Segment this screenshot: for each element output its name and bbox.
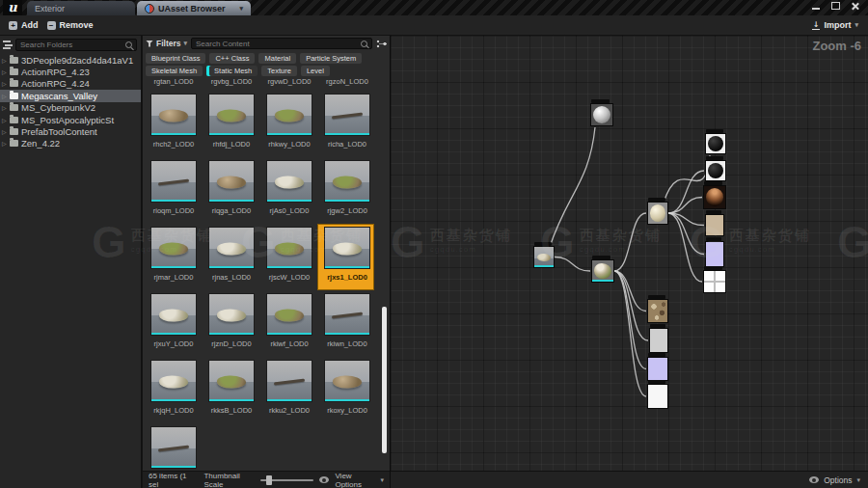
slider-handle[interactable]	[266, 475, 272, 485]
graph-node-tex-tan[interactable]	[705, 214, 724, 236]
graph-node-mat1[interactable]	[705, 133, 726, 154]
mesh-preview	[159, 309, 188, 321]
add-button[interactable]: + Add	[9, 20, 39, 30]
folder-label: ActionRPG_4.23	[21, 67, 90, 77]
import-button[interactable]: ↓ Import ▾	[812, 15, 858, 35]
filters-caret-icon: ▾	[184, 40, 188, 47]
filter-funnel-icon	[146, 41, 153, 47]
asset-thumbnail[interactable]	[324, 94, 370, 136]
graph-options-button[interactable]: Options	[824, 475, 852, 485]
folder-item[interactable]: ▷Zen_4.22	[0, 138, 141, 149]
minimize-button[interactable]	[811, 2, 822, 11]
search-folders-input[interactable]: Search Folders	[15, 39, 137, 51]
asset-thumbnail[interactable]	[266, 227, 312, 269]
graph-node-mat2[interactable]	[705, 160, 726, 181]
asset-thumbnail[interactable]	[150, 293, 197, 336]
close-button[interactable]	[850, 2, 860, 11]
asset-thumbnail[interactable]	[150, 360, 197, 402]
asset-thumbnail[interactable]	[324, 160, 370, 203]
add-button-label: Add	[21, 20, 39, 30]
minus-icon: −	[47, 21, 56, 30]
search-content-input[interactable]: Search Content	[191, 38, 372, 49]
graph-footer: Options ▾	[391, 471, 868, 488]
graph-node-tex-gray[interactable]	[649, 328, 668, 353]
asset-thumbnail[interactable]	[150, 160, 197, 203]
asset-thumbnail[interactable]	[266, 160, 312, 203]
thumbnail-scale-slider[interactable]	[260, 479, 314, 481]
sphere-preview	[708, 163, 723, 178]
graph-node-tex-albedo[interactable]	[647, 299, 668, 323]
folder-item[interactable]: ▷ActionRPG_4.23	[0, 66, 141, 77]
expander-icon[interactable]: ▷	[2, 140, 9, 147]
folder-item[interactable]: ▷MS_PostApocalypticSt	[0, 114, 141, 125]
expander-icon[interactable]: ▷	[2, 117, 9, 123]
mesh-preview	[159, 375, 188, 388]
asset-thumbnail[interactable]	[150, 94, 197, 136]
options-caret-icon: ▾	[856, 476, 860, 484]
folder-item[interactable]: ▷3DPeople9d2acd4da41aV1	[0, 54, 141, 66]
expander-icon[interactable]: ▷	[2, 128, 9, 135]
graph-node-center[interactable]	[591, 259, 614, 283]
graph-node-tex-lav2[interactable]	[647, 357, 668, 381]
expander-icon[interactable]: ▷	[2, 57, 9, 64]
view-options-button[interactable]: View Options	[335, 472, 374, 488]
tab-uasset-browser[interactable]: UAsset Browser ▾	[137, 1, 251, 15]
mesh-preview	[275, 176, 304, 188]
lod-stripe	[267, 133, 312, 136]
remove-button[interactable]: − Remove	[47, 20, 94, 30]
folder-item[interactable]: ▷MS_CyberpunkV2	[0, 102, 141, 114]
filter-chip[interactable]: Particle System	[300, 53, 362, 64]
graph-node-top[interactable]	[590, 103, 613, 126]
mesh-preview	[274, 378, 305, 385]
filter-chip[interactable]: Material	[258, 53, 296, 64]
asset-grid-scrollbar[interactable]	[382, 307, 387, 453]
graph-node-matinst[interactable]	[647, 202, 668, 225]
filters-button[interactable]: Filters ▾	[146, 39, 187, 48]
reference-graph-panel[interactable]: Zoom -6 Options ▾	[390, 36, 868, 488]
asset-thumbnail[interactable]	[324, 227, 370, 269]
lod-stripe	[151, 466, 196, 469]
asset-thumbnail[interactable]	[208, 160, 255, 203]
tab-caret-icon[interactable]: ▾	[239, 5, 243, 13]
expander-icon[interactable]: ▷	[2, 104, 9, 111]
lod-stripe	[151, 266, 196, 269]
asset-thumbnail[interactable]	[150, 227, 197, 269]
tab-exterior[interactable]: Exterior	[27, 1, 135, 15]
asset-thumbnail[interactable]	[266, 293, 312, 336]
maximize-button[interactable]	[830, 2, 841, 11]
asset-thumbnail[interactable]	[208, 227, 255, 269]
asset-thumbnail[interactable]	[208, 360, 255, 402]
filter-chip[interactable]: C++ Class	[209, 53, 255, 64]
filter-chip[interactable]: Blueprint Class	[146, 53, 205, 64]
asset-name: rjscW_LOD0	[261, 273, 317, 282]
lod-stripe	[325, 399, 369, 402]
title-bar: u Exterior UAsset Browser ▾	[0, 0, 868, 15]
lod-stripe	[209, 266, 254, 269]
asset-thumbnail[interactable]	[150, 426, 197, 469]
folder-icon	[10, 93, 18, 99]
graph-node-tex-grid[interactable]	[703, 270, 726, 293]
expander-icon[interactable]: ▷	[2, 68, 9, 75]
expander-icon[interactable]: ▷	[2, 80, 9, 87]
graph-node-tex-lav1[interactable]	[705, 241, 724, 267]
expander-icon[interactable]: ▷	[2, 93, 9, 99]
graph-node-cavity[interactable]	[703, 185, 726, 209]
lod-stripe	[209, 133, 254, 136]
folder-item[interactable]: ▷Megascans_Valley	[0, 90, 141, 101]
graph-node-left[interactable]	[533, 246, 555, 268]
asset-thumbnail[interactable]	[324, 360, 370, 402]
asset-thumbnail[interactable]	[266, 94, 312, 136]
graph-settings-icon[interactable]	[376, 40, 387, 48]
folder-item[interactable]: ▷PrefabToolContent	[0, 125, 141, 137]
asset-thumbnail[interactable]	[208, 293, 255, 336]
asset-thumbnail[interactable]	[324, 293, 370, 336]
folder-item[interactable]: ▷ActionRPG_4.24	[0, 78, 141, 90]
tree-toggle-icon[interactable]	[3, 41, 13, 49]
window-controls	[811, 2, 860, 11]
asset-thumbnail[interactable]	[208, 94, 255, 136]
mesh-preview	[537, 254, 551, 261]
lod-stripe	[592, 280, 613, 282]
lod-stripe	[151, 333, 196, 336]
asset-thumbnail[interactable]	[266, 360, 312, 402]
graph-node-tex-white[interactable]	[647, 384, 668, 409]
